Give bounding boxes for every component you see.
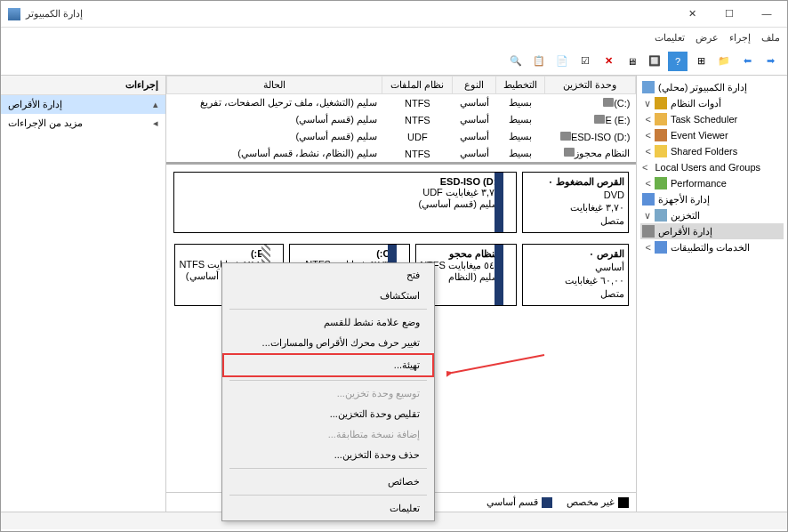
toolbar: 🔍 📋 📄 ☑ ✕ 🖥 🔲 ? ⊞ 📁 ⬅ ➡ xyxy=(1,47,787,76)
menu-action[interactable]: إجراء xyxy=(729,32,751,44)
toolbar-back-icon[interactable]: ⬅ xyxy=(737,52,757,71)
separator xyxy=(229,495,427,496)
ctx-change-drive-letter[interactable]: تغيير حرف محرك الأقراص والمسارات... xyxy=(224,333,432,353)
table-row[interactable]: النظام محجوزبسيطأساسيNTFSسليم (النظام، ن… xyxy=(167,145,636,162)
toolbar-view-icon[interactable]: ⊞ xyxy=(691,52,711,71)
menu-view[interactable]: عرض xyxy=(696,32,719,44)
toolbar-new-icon[interactable]: 📄 xyxy=(552,52,572,71)
computer-icon xyxy=(642,81,655,93)
folder-icon xyxy=(655,145,667,157)
legend-primary: قسم أساسي xyxy=(486,496,552,508)
close-button[interactable]: ✕ xyxy=(679,8,705,20)
services-icon xyxy=(655,241,667,254)
window-title: إدارة الكمبيوتر xyxy=(26,8,83,20)
actions-more[interactable]: ◂مزيد من الإجراءات xyxy=(1,114,165,133)
ctx-add-mirror: إضافة نسخة متطابقة... xyxy=(224,424,432,445)
toolbar-refresh-icon[interactable]: 🔲 xyxy=(645,52,664,71)
tree-shared-folders[interactable]: Shared Folders> xyxy=(640,143,784,159)
toolbar-properties-icon[interactable]: 🖥 xyxy=(622,52,641,71)
ctx-open[interactable]: فتح xyxy=(224,265,432,286)
minimize-button[interactable]: — xyxy=(753,8,780,20)
tree-panel: إدارة الكمبيوتر (محلي) أدوات النظام∨ Tas… xyxy=(636,76,787,512)
actions-header: إجراءات xyxy=(1,76,165,95)
col-status[interactable]: الحالة xyxy=(167,77,382,94)
col-type[interactable]: النوع xyxy=(453,77,496,94)
app-icon xyxy=(8,8,20,20)
legend-unallocated: غير مخصص xyxy=(567,496,629,508)
partition-esd-iso[interactable]: ESD-ISO (D:) ٣,٧٠ غيغابايت UDF سليم (قسم… xyxy=(173,172,517,233)
toolbar-forward-icon[interactable]: ➡ xyxy=(760,52,780,71)
tools-icon xyxy=(655,97,667,109)
table-row[interactable]: E (E:)بسيطأساسيNTFSسليم (قسم أساسي) xyxy=(167,111,636,128)
tree-task-scheduler[interactable]: Task Scheduler> xyxy=(640,111,784,127)
separator xyxy=(229,309,427,310)
toolbar-delete-icon[interactable]: ✕ xyxy=(599,52,618,71)
ctx-mark-active[interactable]: وضع علامة نشط للقسم xyxy=(224,312,432,333)
menu-help[interactable]: تعليمات xyxy=(655,32,685,44)
device-icon xyxy=(642,193,655,206)
tree-root[interactable]: إدارة الكمبيوتر (محلي) xyxy=(640,79,784,95)
maximize-button[interactable]: ☐ xyxy=(716,8,743,20)
toolbar-help-icon[interactable]: ? xyxy=(668,52,687,71)
separator xyxy=(229,468,427,469)
toolbar-list-icon[interactable]: 📋 xyxy=(529,52,549,71)
tree-disk-management[interactable]: إدارة الأقراص xyxy=(640,223,784,239)
event-icon xyxy=(655,129,667,141)
menubar: ملف إجراء عرض تعليمات xyxy=(1,28,787,47)
ctx-format[interactable]: تهيئة... xyxy=(224,355,432,375)
titlebar: ✕ ☐ — إدارة الكمبيوتر xyxy=(1,1,787,28)
actions-panel: إجراءات ▴إدارة الأقراص ◂مزيد من الإجراءا… xyxy=(1,76,165,512)
tree-performance[interactable]: Performance> xyxy=(640,175,784,191)
tree-services[interactable]: الخدمات والتطبيقات> xyxy=(640,239,784,255)
tree-device-manager[interactable]: إدارة الأجهزة xyxy=(640,191,784,207)
tree-system-tools[interactable]: أدوات النظام∨ xyxy=(640,95,784,111)
ctx-explore[interactable]: استكشاف xyxy=(224,286,432,306)
volume-table: وحدة التخزين التخطيط النوع نظام الملفات … xyxy=(166,76,636,162)
disk-row-cdrom: القرص المضغوط ٠ DVD ٣,٧٠ غيغابايت متصل E… xyxy=(173,172,629,233)
perf-icon xyxy=(655,177,667,189)
ctx-shrink[interactable]: تقليص وحدة التخزين... xyxy=(224,404,432,424)
col-layout[interactable]: التخطيط xyxy=(495,77,544,94)
tree-event-viewer[interactable]: Event Viewer> xyxy=(640,127,784,143)
ctx-properties[interactable]: خصائص xyxy=(224,472,432,492)
disk-label-0[interactable]: القرص ٠ أساسي ٦٠,٠٠ غيغابايت متصل xyxy=(522,244,629,306)
col-fs[interactable]: نظام الملفات xyxy=(382,77,453,94)
menu-file[interactable]: ملف xyxy=(761,32,780,44)
storage-icon xyxy=(655,209,667,222)
ctx-extend: توسيع وحدة تخزين... xyxy=(224,383,432,404)
disk-icon xyxy=(642,225,655,238)
highlighted-annotation: تهيئة... xyxy=(222,353,434,377)
scheduler-icon xyxy=(655,113,667,125)
toolbar-up-icon[interactable]: 📁 xyxy=(714,52,734,71)
toolbar-find-icon[interactable]: 🔍 xyxy=(506,52,526,71)
center-panel: وحدة التخزين التخطيط النوع نظام الملفات … xyxy=(165,76,636,512)
tree-storage[interactable]: التخزين∨ xyxy=(640,207,784,223)
toolbar-check-icon[interactable]: ☑ xyxy=(575,52,595,71)
ctx-delete-volume[interactable]: حذف وحدة التخزين... xyxy=(224,445,432,465)
table-row[interactable]: ESD-ISO (D:)بسيطأساسيUDFسليم (قسم أساسي) xyxy=(167,128,636,145)
context-menu: فتح استكشاف وضع علامة نشط للقسم تغيير حر… xyxy=(221,262,435,521)
separator xyxy=(229,380,427,381)
table-row[interactable]: (C:)بسيطأساسيNTFSسليم (التشغيل، ملف ترحي… xyxy=(167,94,636,112)
tree-local-users[interactable]: Local Users and Groups> xyxy=(640,159,784,175)
actions-disk-management[interactable]: ▴إدارة الأقراص xyxy=(1,95,165,114)
col-volume[interactable]: وحدة التخزين xyxy=(544,77,635,94)
disk-label-cdrom[interactable]: القرص المضغوط ٠ DVD ٣,٧٠ غيغابايت متصل xyxy=(522,172,629,233)
ctx-help[interactable]: تعليمات xyxy=(224,498,432,519)
